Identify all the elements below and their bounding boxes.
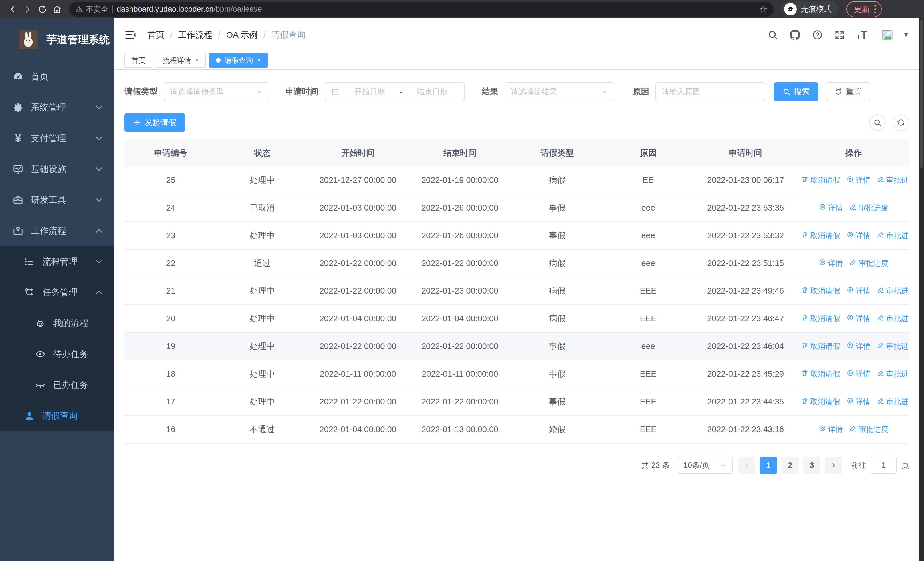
result-input[interactable] bbox=[511, 87, 601, 96]
progress-action-link[interactable]: 审批进度 bbox=[849, 258, 888, 268]
close-tab-icon[interactable]: × bbox=[195, 57, 199, 64]
sidebar-item-label: 支付管理 bbox=[31, 132, 66, 144]
detail-action-link[interactable]: 详情 bbox=[846, 230, 871, 241]
breadcrumb-item[interactable]: 工作流程 bbox=[178, 29, 212, 41]
detail-action-link[interactable]: 详情 bbox=[846, 175, 871, 185]
leave-type-input[interactable] bbox=[170, 87, 256, 96]
view-tab[interactable]: 请假查询× bbox=[209, 53, 268, 68]
breadcrumb-item[interactable]: OA 示例 bbox=[226, 29, 258, 41]
detail-action-link[interactable]: 详情 bbox=[846, 341, 871, 351]
cancel-action-link[interactable]: 取消请假 bbox=[801, 286, 840, 296]
sidebar-item[interactable]: ¥支付管理 bbox=[0, 123, 114, 154]
progress-action-link[interactable]: 审批进度 bbox=[877, 397, 909, 407]
page-button[interactable]: 2 bbox=[782, 457, 799, 474]
not-secure-warning[interactable]: 不安全 bbox=[75, 4, 108, 14]
bookmark-star-icon[interactable]: ☆ bbox=[759, 4, 768, 14]
sidebar-item[interactable]: 基础设施 bbox=[0, 154, 114, 185]
avatar-caret-icon[interactable]: ▼ bbox=[903, 31, 909, 39]
search-icon bbox=[873, 118, 882, 127]
detail-action-link[interactable]: 详情 bbox=[846, 286, 871, 296]
detail-action-link[interactable]: 详情 bbox=[846, 314, 871, 323]
browser-scrollbar[interactable] bbox=[920, 18, 924, 561]
sidebar-item[interactable]: 工作流程 bbox=[0, 215, 114, 246]
table-toolbar: 发起请假 bbox=[124, 113, 909, 132]
cancel-action-link[interactable]: 取消请假 bbox=[801, 314, 840, 323]
menu-dots-icon[interactable] bbox=[874, 5, 876, 14]
leave-type-select[interactable] bbox=[164, 82, 269, 101]
scrollbar-thumb[interactable] bbox=[920, 20, 923, 168]
sidebar-item[interactable]: 请假查询 bbox=[0, 400, 114, 431]
progress-action-link[interactable]: 审批进度 bbox=[877, 369, 909, 379]
view-icon bbox=[819, 203, 826, 212]
search-button[interactable]: 搜索 bbox=[774, 82, 818, 101]
home-icon[interactable] bbox=[50, 2, 64, 17]
column-header: 结束时间 bbox=[409, 147, 512, 159]
detail-action-link[interactable]: 详情 bbox=[819, 424, 843, 435]
end-date-input[interactable] bbox=[406, 87, 459, 96]
result-select[interactable] bbox=[504, 82, 614, 101]
create-leave-button[interactable]: 发起请假 bbox=[124, 113, 185, 132]
address-bar[interactable]: 不安全 dashboard.yudao.iocoder.cn/bpm/oa/le… bbox=[69, 2, 774, 17]
reason-field[interactable] bbox=[656, 82, 765, 101]
forward-icon[interactable] bbox=[20, 2, 35, 17]
sidebar-item[interactable]: 流程管理 bbox=[0, 246, 114, 277]
sidebar-item[interactable]: 任务管理 bbox=[0, 277, 114, 308]
help-icon[interactable] bbox=[812, 29, 823, 40]
sidebar-item[interactable]: 首页 bbox=[0, 61, 114, 92]
progress-action-link[interactable]: 审批进度 bbox=[877, 175, 909, 185]
cancel-action-link[interactable]: 取消请假 bbox=[801, 369, 840, 379]
github-icon[interactable] bbox=[790, 29, 801, 40]
user-avatar[interactable] bbox=[879, 27, 896, 43]
reload-icon[interactable] bbox=[35, 2, 50, 17]
action-label: 审批进度 bbox=[886, 341, 909, 351]
toggle-search-button[interactable] bbox=[869, 114, 886, 131]
prev-page-button[interactable] bbox=[738, 457, 755, 474]
sidebar-item[interactable]: 我的流程 bbox=[0, 308, 114, 339]
progress-action-link[interactable]: 审批进度 bbox=[877, 341, 909, 351]
view-icon bbox=[819, 425, 826, 434]
goto-page-input[interactable] bbox=[871, 457, 897, 474]
progress-action-link[interactable]: 审批进度 bbox=[849, 203, 888, 213]
start-date-input[interactable] bbox=[344, 87, 396, 96]
detail-action-link[interactable]: 详情 bbox=[819, 258, 843, 268]
progress-action-link[interactable]: 审批进度 bbox=[877, 286, 909, 296]
fullscreen-icon[interactable] bbox=[834, 29, 845, 40]
detail-action-link[interactable]: 详情 bbox=[846, 369, 871, 379]
breadcrumb-item[interactable]: 首页 bbox=[147, 29, 164, 41]
apply-time-range-picker[interactable]: - bbox=[325, 82, 465, 101]
view-tab[interactable]: 流程详情× bbox=[156, 53, 206, 68]
detail-action-link[interactable]: 详情 bbox=[846, 397, 871, 407]
cancel-action-link[interactable]: 取消请假 bbox=[801, 175, 840, 185]
reset-button[interactable]: 重置 bbox=[826, 82, 870, 101]
search-icon[interactable] bbox=[767, 29, 778, 40]
browser-update-button[interactable]: 更新 bbox=[846, 1, 882, 17]
progress-action-link[interactable]: 审批进度 bbox=[849, 424, 888, 435]
page-size-select[interactable]: 10条/页 bbox=[678, 457, 732, 474]
refresh-table-button[interactable] bbox=[892, 114, 909, 131]
reason-input[interactable] bbox=[662, 87, 759, 96]
sidebar-item[interactable]: 已办任务 bbox=[0, 370, 114, 400]
cancel-action-link[interactable]: 取消请假 bbox=[801, 230, 840, 241]
cancel-action-link[interactable]: 取消请假 bbox=[801, 341, 840, 351]
cancel-action-link[interactable]: 取消请假 bbox=[801, 397, 840, 407]
font-size-icon[interactable]: TT bbox=[856, 29, 867, 41]
close-tab-icon[interactable]: × bbox=[257, 57, 261, 64]
back-icon[interactable] bbox=[5, 2, 20, 17]
page-button[interactable]: 1 bbox=[760, 457, 777, 474]
sidebar-item[interactable]: 研发工具 bbox=[0, 185, 114, 215]
trash-icon bbox=[801, 369, 808, 379]
view-tab[interactable]: 首页 bbox=[124, 53, 152, 68]
sidebar-item[interactable]: 系统管理 bbox=[0, 92, 114, 123]
detail-action-link[interactable]: 详情 bbox=[819, 203, 843, 213]
action-label: 取消请假 bbox=[810, 369, 840, 379]
next-page-button[interactable] bbox=[825, 457, 842, 474]
progress-action-link[interactable]: 审批进度 bbox=[877, 230, 909, 241]
page-button[interactable]: 3 bbox=[803, 457, 820, 474]
sidebar-item[interactable]: 待办任务 bbox=[0, 339, 114, 370]
table-cell: EEE bbox=[603, 286, 693, 296]
progress-action-link[interactable]: 审批进度 bbox=[877, 314, 909, 323]
eye-closed-icon bbox=[35, 380, 46, 391]
sidebar-item-label: 流程管理 bbox=[42, 256, 78, 268]
column-header: 状态 bbox=[217, 147, 308, 159]
sidebar-collapse-icon[interactable] bbox=[124, 29, 136, 41]
